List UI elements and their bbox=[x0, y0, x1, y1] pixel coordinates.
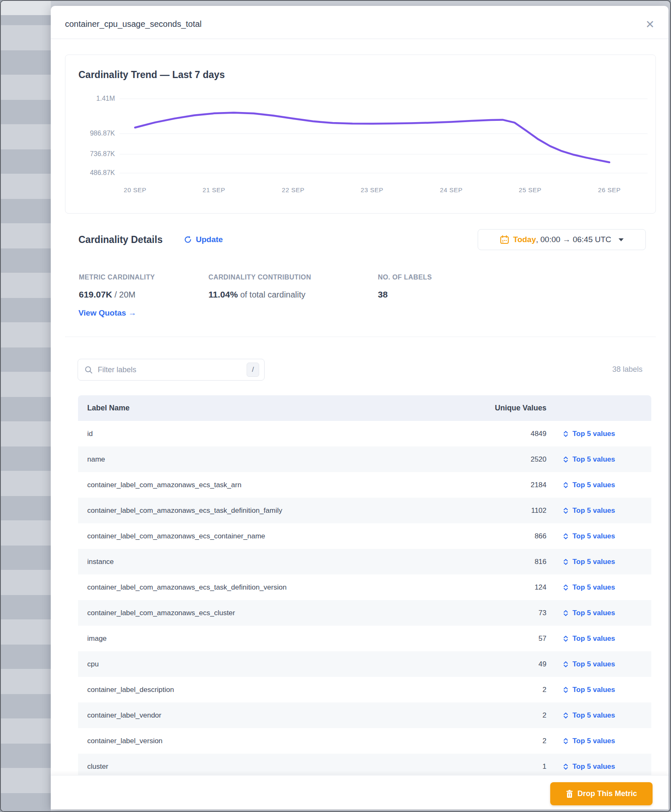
top-5-values-link[interactable]: Top 5 values bbox=[572, 711, 615, 720]
sort-values-icon[interactable] bbox=[563, 712, 568, 719]
search-icon bbox=[85, 366, 93, 374]
label-name-cell: cpu bbox=[78, 660, 456, 668]
x-axis-tick: 21 SEP bbox=[195, 186, 233, 193]
label-name-cell: container_label_com_amazonaws_ecs_task_d… bbox=[78, 583, 456, 592]
date-range-today: Today bbox=[513, 235, 536, 244]
table-row: container_label_com_amazonaws_ecs_contai… bbox=[78, 523, 651, 549]
top-5-values-link[interactable]: Top 5 values bbox=[572, 532, 615, 540]
unique-values-cell: 73 bbox=[456, 609, 546, 617]
label-name-cell: container_label_description bbox=[78, 686, 456, 694]
sort-values-icon[interactable] bbox=[563, 635, 568, 642]
label-name-cell: container_label_com_amazonaws_ecs_task_d… bbox=[78, 507, 456, 515]
stat-label-metric-cardinality: METRIC CARDINALITY bbox=[79, 274, 155, 281]
sort-values-icon[interactable] bbox=[563, 763, 568, 770]
sort-values-icon[interactable] bbox=[563, 661, 568, 668]
table-row: container_label_version2Top 5 values bbox=[78, 728, 651, 754]
update-link[interactable]: Update bbox=[184, 235, 223, 244]
sort-values-icon[interactable] bbox=[563, 584, 568, 591]
table-row: instance816Top 5 values bbox=[78, 549, 651, 574]
unique-values-cell: 57 bbox=[456, 634, 546, 643]
unique-values-cell: 1102 bbox=[456, 507, 546, 515]
sort-values-icon[interactable] bbox=[563, 687, 568, 693]
unique-values-cell: 4849 bbox=[456, 430, 546, 438]
trend-chart-title: Cardinality Trend — Last 7 days bbox=[78, 69, 225, 81]
top-5-values-link[interactable]: Top 5 values bbox=[572, 507, 615, 515]
label-name-cell: container_label_com_amazonaws_ecs_contai… bbox=[78, 532, 456, 540]
sort-values-icon[interactable] bbox=[563, 456, 568, 463]
top-5-values-link[interactable]: Top 5 values bbox=[572, 558, 615, 566]
x-axis-tick: 22 SEP bbox=[274, 186, 312, 193]
section-divider bbox=[65, 337, 656, 337]
unique-values-cell: 2520 bbox=[456, 455, 546, 464]
drop-this-metric-button[interactable]: Drop This Metric bbox=[550, 782, 653, 805]
top-5-values-link[interactable]: Top 5 values bbox=[572, 686, 615, 694]
table-row: container_label_vendor2Top 5 values bbox=[78, 702, 651, 728]
top-5-values-link[interactable]: Top 5 values bbox=[572, 634, 615, 643]
sort-values-icon[interactable] bbox=[563, 507, 568, 514]
refresh-icon bbox=[184, 235, 192, 244]
column-header-unique-values: Unique Values bbox=[456, 404, 546, 413]
table-row: container_label_description2Top 5 values bbox=[78, 677, 651, 702]
label-name-cell: container_label_com_amazonaws_ecs_cluste… bbox=[78, 609, 456, 617]
label-name-cell: instance bbox=[78, 558, 456, 566]
stat-label-no-of-labels: NO. OF LABELS bbox=[378, 274, 432, 281]
x-axis-tick: 25 SEP bbox=[511, 186, 549, 193]
y-axis-tick: 736.87K bbox=[65, 150, 115, 158]
label-name-cell: cluster bbox=[78, 762, 456, 771]
unique-values-cell: 2184 bbox=[456, 481, 546, 489]
date-range-picker[interactable]: Today, 00:00 → 06:45 UTC bbox=[478, 229, 646, 250]
table-row: cpu49Top 5 values bbox=[78, 651, 651, 677]
table-row: id4849Top 5 values bbox=[78, 421, 651, 446]
unique-values-cell: 866 bbox=[456, 532, 546, 540]
unique-values-cell: 2 bbox=[456, 711, 546, 720]
table-row: container_label_com_amazonaws_ecs_task_d… bbox=[78, 574, 651, 600]
sort-values-icon[interactable] bbox=[563, 533, 568, 540]
calendar-icon bbox=[500, 235, 509, 244]
unique-values-cell: 2 bbox=[456, 737, 546, 745]
y-axis-tick: 1.41M bbox=[65, 95, 115, 102]
unique-values-cell: 49 bbox=[456, 660, 546, 668]
x-axis-tick: 23 SEP bbox=[353, 186, 391, 193]
column-header-label-name: Label Name bbox=[78, 404, 456, 413]
stat-label-cardinality-contribution: CARDINALITY CONTRIBUTION bbox=[208, 274, 311, 281]
sort-values-icon[interactable] bbox=[563, 738, 568, 744]
modal-title: container_cpu_usage_seconds_total bbox=[65, 19, 202, 29]
view-quotas-link[interactable]: View Quotas → bbox=[78, 308, 136, 318]
top-5-values-link[interactable]: Top 5 values bbox=[572, 481, 615, 489]
top-5-values-link[interactable]: Top 5 values bbox=[572, 430, 615, 438]
table-row: name2520Top 5 values bbox=[78, 446, 651, 472]
label-name-cell: id bbox=[78, 430, 456, 438]
drop-button-label: Drop This Metric bbox=[577, 789, 637, 798]
top-5-values-link[interactable]: Top 5 values bbox=[572, 609, 615, 617]
top-5-values-link[interactable]: Top 5 values bbox=[572, 762, 615, 771]
table-row: container_label_com_amazonaws_ecs_task_d… bbox=[78, 498, 651, 523]
keyboard-shortcut-badge: / bbox=[247, 363, 259, 377]
x-axis-tick: 26 SEP bbox=[590, 186, 628, 193]
filter-labels-box: / bbox=[78, 359, 265, 381]
stat-value-metric-cardinality: 619.07K / 20M bbox=[79, 290, 135, 300]
date-range-times: , 00:00 → 06:45 UTC bbox=[536, 235, 611, 244]
top-5-values-link[interactable]: Top 5 values bbox=[572, 660, 615, 668]
label-table-body: id4849Top 5 valuesname2520Top 5 valuesco… bbox=[78, 421, 651, 779]
top-5-values-link[interactable]: Top 5 values bbox=[572, 455, 615, 464]
label-name-cell: container_label_version bbox=[78, 737, 456, 745]
details-heading: Cardinality Details bbox=[78, 234, 163, 245]
sort-values-icon[interactable] bbox=[563, 431, 568, 437]
sort-values-icon[interactable] bbox=[563, 610, 568, 616]
unique-values-cell: 1 bbox=[456, 762, 546, 771]
x-axis-tick: 24 SEP bbox=[432, 186, 470, 193]
sort-values-icon[interactable] bbox=[563, 559, 568, 565]
close-icon[interactable]: ✕ bbox=[642, 16, 658, 33]
sort-values-icon[interactable] bbox=[563, 482, 568, 488]
label-name-cell: container_label_com_amazonaws_ecs_task_a… bbox=[78, 481, 456, 489]
y-axis-tick: 486.87K bbox=[65, 169, 115, 177]
label-name-cell: image bbox=[78, 634, 456, 643]
top-5-values-link[interactable]: Top 5 values bbox=[572, 583, 615, 592]
filter-labels-input[interactable] bbox=[98, 366, 242, 374]
table-header-row: Label Name Unique Values bbox=[78, 395, 651, 421]
top-5-values-link[interactable]: Top 5 values bbox=[572, 737, 615, 745]
trash-icon bbox=[566, 790, 573, 798]
table-row: container_label_com_amazonaws_ecs_cluste… bbox=[78, 600, 651, 626]
unique-values-cell: 816 bbox=[456, 558, 546, 566]
y-axis-tick: 986.87K bbox=[65, 130, 115, 137]
